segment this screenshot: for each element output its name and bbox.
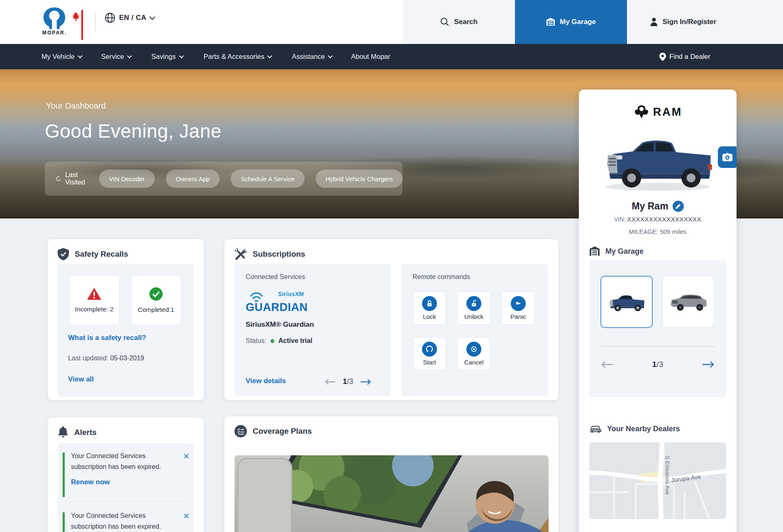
language-label: EN / CA (119, 14, 146, 22)
header-actions: Search My Garage Sign In/Register (403, 0, 783, 44)
coverage-title: Coverage Plans (253, 427, 312, 436)
view-details-link[interactable]: View details (246, 377, 286, 385)
nearby-dealers-header: Your Nearby Dealers (589, 424, 680, 433)
pager-next-arrow[interactable] (360, 379, 371, 385)
recalls-completed-tile[interactable]: Completed:1 (131, 275, 181, 326)
close-icon[interactable]: ✕ (183, 452, 190, 461)
garage-icon (589, 246, 600, 256)
nav-about-mopar[interactable]: About Mopar (351, 53, 390, 61)
siriusxm-guardian-logo: SiriusXM GUARDIAN (246, 291, 320, 314)
garage-page-total: 3 (659, 360, 663, 369)
view-all-link[interactable]: View all (68, 375, 94, 384)
vehicle-name: My Ram (632, 201, 668, 212)
chevron-down-icon (78, 53, 82, 58)
close-icon[interactable]: ✕ (183, 511, 190, 521)
remote-start-button[interactable]: Start (413, 337, 446, 370)
remote-cancel-button[interactable]: Cancel (457, 337, 490, 370)
quick-link-hybrid-chargers[interactable]: Hybrid Vehicle Chargers (316, 170, 403, 188)
search-button[interactable]: Search (403, 0, 515, 44)
status-value: Active trial (278, 337, 312, 345)
last-visited: Last Visited (56, 171, 88, 186)
map-street-vertical: S Etiwanda Ave (664, 456, 671, 495)
dealers-map[interactable]: S Etiwanda Ave Jurupa Ave (589, 442, 726, 519)
find-dealer-label: Find a Dealer (669, 53, 710, 61)
coverage-header: Coverage Plans (224, 416, 559, 437)
quick-links-bar: Last Visited VIN Decoder Owners App Sche… (45, 162, 402, 196)
find-a-dealer-link[interactable]: Find a Dealer (659, 53, 710, 61)
bell-icon (58, 426, 68, 438)
garage-next-arrow[interactable] (702, 361, 715, 368)
pencil-icon (676, 204, 681, 209)
garage-thumb-ram[interactable] (600, 276, 653, 328)
edit-vehicle-button[interactable] (673, 201, 684, 212)
sign-in-button[interactable]: Sign In/Register (627, 0, 739, 44)
canada-flag-icon (70, 9, 85, 41)
logo-siriusxm-text: SiriusXM (278, 291, 304, 297)
quick-link-vin-decoder[interactable]: VIN Decoder (99, 170, 155, 188)
remote-commands-heading: Remote commands (412, 273, 470, 281)
my-garage-label: My Garage (560, 18, 596, 26)
garage-prev-arrow[interactable] (600, 361, 614, 368)
dashboard-eyebrow: Your Dashboard (46, 101, 106, 111)
quick-link-schedule-service[interactable]: Schedule A Service (231, 170, 304, 188)
recalls-incomplete-tile[interactable]: Incomplete: 2 (69, 275, 120, 326)
remote-commands-panel: Remote commands Lock Unlock Panic (402, 264, 548, 396)
mileage-row: MILEAGE: 509 miles (579, 228, 737, 235)
cancel-label: Cancel (464, 359, 484, 366)
nav-service[interactable]: Service (101, 53, 131, 61)
garage-pager: 1/3 (600, 360, 715, 369)
nav-label: My Vehicle (41, 53, 75, 61)
remote-panic-button[interactable]: Panic (502, 292, 535, 325)
car-icon (589, 424, 602, 433)
renew-now-link[interactable]: Renew now (71, 478, 187, 486)
status-row: Status: Active trial (246, 337, 312, 345)
coverage-list-icon (234, 425, 247, 437)
header-divider (95, 12, 96, 32)
vehicle-card: RAM My Ram (579, 90, 737, 532)
panic-label: Panic (510, 313, 526, 320)
start-icon (422, 342, 437, 357)
cancel-icon (466, 342, 481, 357)
last-updated-label: Last updated: (68, 355, 108, 362)
vin-value: XXXXXXXXXXXXXXXXX (627, 216, 701, 223)
subscriptions-card: Subscriptions Connected Services SiriusX… (224, 239, 559, 400)
my-garage-button[interactable]: My Garage (515, 0, 627, 44)
ram-brand-logo: RAM (579, 104, 737, 119)
safety-recalls-title: Safety Recalls (75, 250, 128, 259)
status-dot-icon (271, 339, 274, 343)
garage-thumb-jeep[interactable] (662, 276, 715, 328)
alert-message: Your Connected Services subscription has… (71, 510, 175, 532)
search-icon (440, 17, 449, 27)
language-selector[interactable]: EN / CA (105, 12, 154, 23)
what-is-recall-link[interactable]: What is a safety recall? (68, 334, 146, 342)
nav-assistance[interactable]: Assistance (292, 53, 332, 61)
nav-label: Assistance (292, 53, 325, 61)
mopar-logo[interactable]: MOPAR. (41, 7, 67, 30)
subscriptions-header: Subscriptions (224, 239, 559, 260)
remote-unlock-button[interactable]: Unlock (457, 292, 490, 325)
alerts-title: Alerts (74, 428, 97, 437)
pager-prev-arrow[interactable] (324, 379, 336, 385)
mopar-wordmark: MOPAR. (42, 30, 67, 36)
nav-parts-accessories[interactable]: Parts & Accessories (204, 53, 272, 61)
my-garage-section-header: My Garage (589, 246, 644, 256)
vehicle-photo (593, 124, 722, 196)
last-updated-value: 05-03-2019 (110, 355, 144, 362)
search-label: Search (454, 18, 478, 26)
alert-item: Your Connected Services subscription has… (63, 510, 187, 532)
coverage-photo (234, 455, 549, 532)
chevron-down-icon (268, 53, 272, 58)
camera-button[interactable] (718, 146, 737, 168)
lock-icon (422, 296, 437, 311)
pager-count: 1/3 (343, 377, 353, 386)
remote-lock-button[interactable]: Lock (413, 292, 446, 325)
warning-triangle-icon (87, 287, 102, 301)
connected-services-heading: Connected Services (246, 273, 305, 281)
status-label: Status: (246, 337, 266, 345)
nav-label: Parts & Accessories (204, 53, 265, 61)
last-visited-label: Last Visited (65, 171, 88, 186)
quick-link-owners-app[interactable]: Owners App (166, 170, 220, 188)
nav-my-vehicle[interactable]: My Vehicle (41, 53, 82, 61)
safety-recalls-card: Safety Recalls Incomplete: 2 Completed:1… (48, 239, 204, 400)
nav-savings[interactable]: Savings (151, 53, 183, 61)
